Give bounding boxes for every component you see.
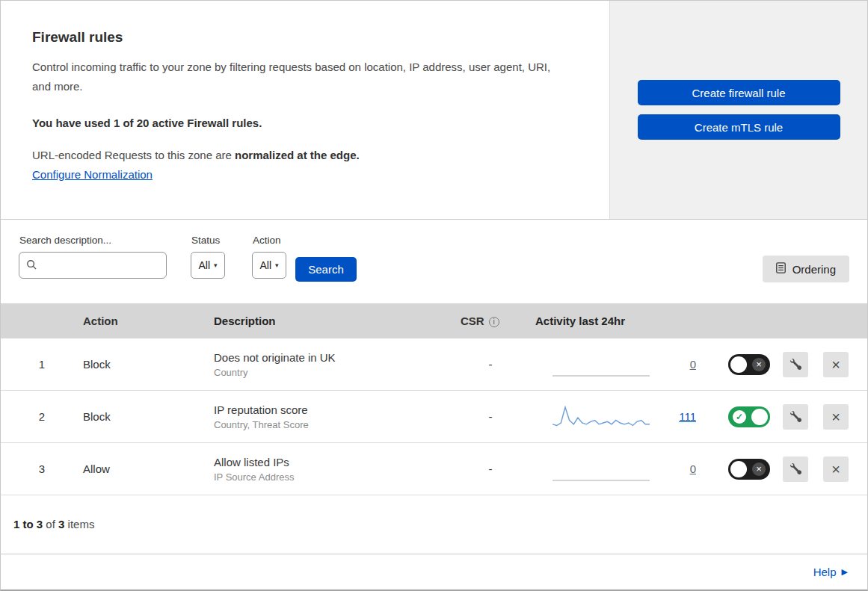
rule-priority: 2 [1,410,83,423]
search-group: Search description... [19,230,167,279]
page-title: Firewall rules [32,29,578,46]
rule-description: IP reputation score [214,403,453,416]
rule-action: Allow [83,462,214,475]
rule-action: Block [83,410,214,423]
header-actions-panel: Create firewall rule Create mTLS rule [609,1,867,219]
close-icon: × [831,409,840,424]
rule-description-cell: Allow listed IPs IP Source Address [214,456,453,483]
rule-csr-value: - [453,410,528,423]
edit-rule-button[interactable] [783,404,808,430]
search-button[interactable]: Search [295,257,357,282]
activity-count-link[interactable]: 0 [690,358,696,371]
normalization-note: URL-encoded Requests to this zone are no… [32,149,578,161]
rule-csr-value: - [453,462,528,475]
rule-action: Block [83,358,214,371]
close-icon: × [831,462,840,477]
rule-activity-cell: 0 [528,351,696,378]
rule-criteria: Country, Threat Score [214,419,453,430]
rule-controls: ✓ × × [728,404,867,430]
toggle-knob [730,461,747,477]
page-description: Control incoming traffic to your zone by… [32,58,570,97]
table-row: 3 Allow Allow listed IPs IP Source Addre… [1,443,867,495]
wrench-icon [790,411,801,422]
table-row: 1 Block Does not originate in UK Country… [1,338,867,391]
status-filter-group: Status All ▾ [191,230,225,279]
wrench-icon [790,463,801,474]
header-text-panel: Firewall rules Control incoming traffic … [1,1,609,219]
x-icon: × [752,358,766,371]
search-input[interactable] [19,252,167,279]
arrow-right-icon: ▶ [842,567,848,577]
rule-priority: 1 [1,358,83,371]
chevron-down-icon: ▾ [275,262,279,269]
wrench-icon [790,359,801,370]
column-header-description: Description [214,315,453,327]
rule-csr-value: - [453,358,528,371]
firewall-rules-page: Firewall rules Control incoming traffic … [0,0,868,591]
delete-rule-button[interactable]: × [823,457,849,482]
action-filter-group: Action All ▾ [252,230,286,279]
table-row: 2 Block IP reputation score Country, Thr… [1,391,867,443]
create-mtls-rule-button[interactable]: Create mTLS rule [638,114,840,140]
edit-rule-button[interactable] [783,352,808,377]
rule-description: Does not originate in UK [214,351,453,364]
rule-enabled-toggle[interactable]: ✓ × [728,459,770,480]
ordering-button[interactable]: Ordering [763,256,849,282]
list-document-icon [776,262,786,276]
rule-description: Allow listed IPs [214,456,453,468]
rule-description-cell: Does not originate in UK Country [214,351,453,378]
toggle-knob [730,356,747,373]
rule-description-cell: IP reputation score Country, Threat Scor… [214,403,453,430]
activity-count-link[interactable]: 0 [690,462,696,475]
rule-controls: ✓ × × [728,352,867,377]
column-header-csr: CSRi [453,315,528,327]
rule-activity-cell: 0 [528,456,696,483]
usage-summary: You have used 1 of 20 active Firewall ru… [32,117,578,129]
search-label: Search description... [19,235,167,246]
close-icon: × [831,357,840,372]
activity-sparkline [552,403,651,430]
delete-rule-button[interactable]: × [823,352,849,377]
rule-criteria: Country [214,367,453,378]
status-label: Status [191,235,225,246]
action-label: Action [253,235,286,246]
activity-sparkline [552,351,651,378]
filter-toolbar: Search description... Status All ▾ Actio… [1,220,867,303]
chevron-down-icon: ▾ [214,262,218,269]
search-icon [26,259,37,273]
column-header-activity: Activity last 24hr [528,315,696,327]
help-bar: Help ▶ [1,554,867,590]
rule-criteria: IP Source Address [214,471,453,483]
activity-count-link[interactable]: 111 [679,410,696,423]
info-icon[interactable]: i [489,317,499,327]
rule-enabled-toggle[interactable]: ✓ × [728,406,770,427]
pagination-summary: 1 to 3 of 3 items [1,495,867,554]
action-dropdown[interactable]: All ▾ [252,252,286,279]
check-icon: ✓ [733,410,746,424]
edit-rule-button[interactable] [783,457,808,482]
table-header-row: Action Description CSRi Activity last 24… [1,303,867,338]
x-icon: × [752,462,766,476]
create-firewall-rule-button[interactable]: Create firewall rule [638,80,840,105]
activity-sparkline [552,456,651,483]
page-header: Firewall rules Control incoming traffic … [1,1,867,220]
help-link[interactable]: Help ▶ [813,566,848,578]
rule-activity-cell: 111 [528,403,696,430]
column-header-action: Action [83,315,214,327]
rule-priority: 3 [1,462,83,475]
rule-enabled-toggle[interactable]: ✓ × [728,354,770,375]
rule-controls: ✓ × × [728,457,867,482]
toggle-knob [751,409,768,425]
configure-normalization-link[interactable]: Configure Normalization [32,168,153,181]
delete-rule-button[interactable]: × [823,404,849,430]
status-dropdown[interactable]: All ▾ [191,252,225,279]
